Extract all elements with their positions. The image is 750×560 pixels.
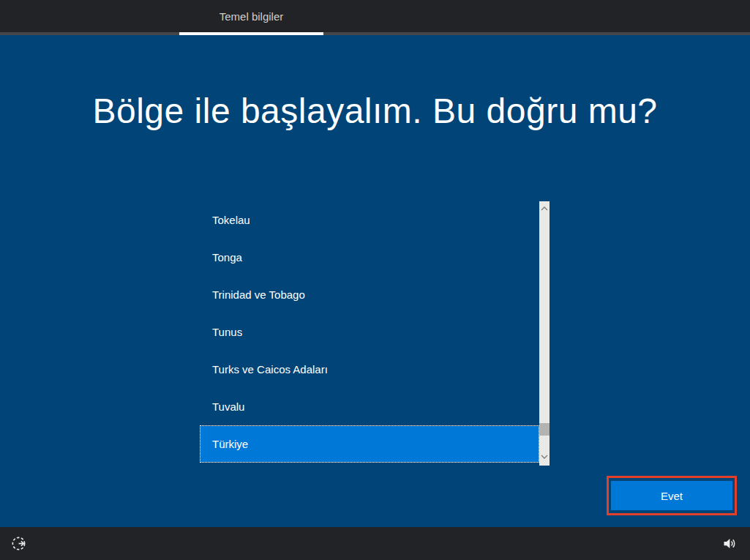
list-item-tokelau[interactable]: Tokelau	[200, 201, 539, 239]
list-item-label: Trinidad ve Tobago	[212, 288, 305, 301]
list-item-tunus[interactable]: Tunus	[200, 313, 539, 351]
volume-icon[interactable]	[721, 535, 738, 552]
region-items: Tokelau Tonga Trinidad ve Tobago Tunus T…	[200, 201, 539, 463]
scrollbar-thumb[interactable]	[539, 423, 550, 436]
list-item-label: Tuvalu	[212, 400, 244, 413]
list-item-turkiye-selected[interactable]: Türkiye	[200, 425, 539, 463]
top-bar: Temel bilgiler	[0, 0, 750, 35]
ease-of-access-icon[interactable]	[10, 534, 28, 553]
tab-label: Temel bilgiler	[220, 10, 284, 23]
scrollbar[interactable]	[539, 201, 550, 466]
region-list: Tokelau Tonga Trinidad ve Tobago Tunus T…	[200, 201, 550, 466]
list-item-label: Tokelau	[212, 214, 250, 226]
oobe-region-page: Bölge ile başlayalım. Bu doğru mu? Tokel…	[0, 35, 750, 527]
list-item-turks-ve-caicos-adalari[interactable]: Turks ve Caicos Adaları	[200, 351, 539, 388]
list-item-label: Turks ve Caicos Adaları	[212, 363, 328, 376]
list-item-label: Tonga	[212, 251, 242, 264]
yes-button[interactable]: Evet	[611, 481, 732, 510]
list-item-label: Tunus	[212, 326, 242, 338]
bottom-bar	[0, 527, 750, 560]
tab-temel-bilgiler[interactable]: Temel bilgiler	[179, 0, 323, 32]
page-title: Bölge ile başlayalım. Bu doğru mu?	[0, 91, 750, 132]
list-item-label: Türkiye	[212, 438, 248, 450]
list-item-tuvalu[interactable]: Tuvalu	[200, 388, 539, 425]
scroll-down-arrow-icon[interactable]	[539, 451, 550, 463]
yes-button-label: Evet	[661, 490, 683, 502]
scroll-up-arrow-icon[interactable]	[539, 203, 550, 214]
list-item-tonga[interactable]: Tonga	[200, 239, 539, 276]
list-item-trinidad-ve-tobago[interactable]: Trinidad ve Tobago	[200, 276, 539, 313]
red-highlight-annotation: Evet	[607, 476, 737, 515]
